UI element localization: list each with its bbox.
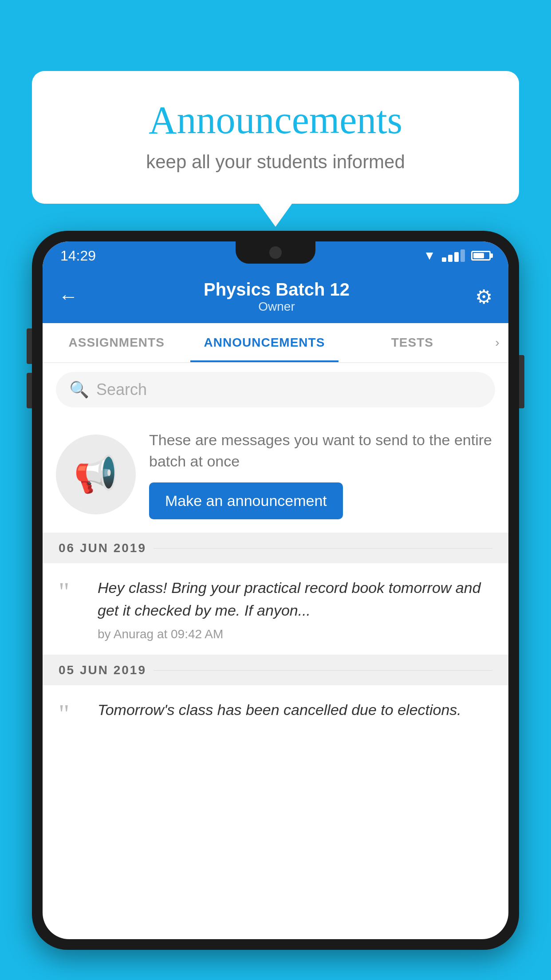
announcement-icon-circle: 📢	[56, 435, 136, 514]
phone-notch	[236, 241, 315, 264]
volume-down-button	[27, 373, 32, 408]
separator-line-1	[153, 548, 492, 549]
date-separator-2: 05 JUN 2019	[43, 655, 508, 685]
signal-bars	[442, 249, 465, 262]
announcement-content-1: Hey class! Bring your practical record b…	[98, 577, 492, 641]
signal-bar-4	[460, 249, 465, 262]
make-announcement-button[interactable]: Make an announcement	[149, 482, 343, 519]
signal-bar-3	[454, 252, 459, 262]
search-placeholder: Search	[96, 380, 147, 399]
tab-assignments[interactable]: ASSIGNMENTS	[43, 323, 190, 362]
quote-icon-2: "	[59, 703, 85, 724]
search-icon: 🔍	[69, 380, 89, 399]
speech-bubble-section: Announcements keep all your students inf…	[32, 71, 519, 204]
header-title-group: Physics Batch 12 Owner	[204, 280, 350, 314]
search-bar[interactable]: 🔍 Search	[56, 372, 495, 407]
settings-icon[interactable]: ⚙	[475, 285, 492, 308]
tab-more-button[interactable]: ›	[486, 323, 508, 362]
announcement-content-2: Tomorrow's class has been cancelled due …	[98, 699, 492, 721]
megaphone-icon: 📢	[74, 454, 118, 495]
phone-camera	[269, 246, 282, 259]
announcement-meta-1: by Anurag at 09:42 AM	[98, 627, 492, 641]
separator-line-2	[153, 670, 492, 671]
date-label-2: 05 JUN 2019	[59, 663, 146, 677]
announcement-text-1: Hey class! Bring your practical record b…	[98, 577, 492, 622]
app-header: ← Physics Batch 12 Owner ⚙	[43, 270, 508, 323]
signal-bar-2	[448, 255, 453, 262]
prompt-right: These are messages you want to send to t…	[149, 430, 495, 519]
speech-bubble-card: Announcements keep all your students inf…	[32, 71, 519, 204]
wifi-icon: ▼	[423, 249, 436, 263]
signal-bar-1	[442, 257, 446, 262]
bubble-subtitle: keep all your students informed	[67, 151, 484, 173]
date-label-1: 06 JUN 2019	[59, 541, 146, 555]
announcement-item-2[interactable]: " Tomorrow's class has been cancelled du…	[43, 685, 508, 738]
tabs-bar: ASSIGNMENTS ANNOUNCEMENTS TESTS ›	[43, 323, 508, 363]
search-container: 🔍 Search	[43, 363, 508, 416]
phone-screen: 14:29 ▼ ← Phys	[43, 241, 508, 939]
phone-mockup: 14:29 ▼ ← Phys	[32, 231, 519, 980]
power-button	[519, 355, 524, 408]
tab-announcements[interactable]: ANNOUNCEMENTS	[190, 323, 338, 362]
battery-fill	[473, 253, 484, 258]
announcement-text-2: Tomorrow's class has been cancelled due …	[98, 699, 492, 721]
bubble-title: Announcements	[67, 98, 484, 142]
status-icons: ▼	[423, 249, 491, 263]
batch-title: Physics Batch 12	[204, 280, 350, 300]
volume-up-button	[27, 328, 32, 364]
quote-icon-1: "	[59, 581, 85, 602]
batch-role: Owner	[204, 300, 350, 314]
phone-outer: 14:29 ▼ ← Phys	[32, 231, 519, 950]
status-time: 14:29	[60, 248, 96, 264]
announcement-prompt-section: 📢 These are messages you want to send to…	[43, 416, 508, 533]
tab-tests[interactable]: TESTS	[338, 323, 486, 362]
announcement-item-1[interactable]: " Hey class! Bring your practical record…	[43, 563, 508, 655]
battery-icon	[471, 251, 491, 261]
date-separator-1: 06 JUN 2019	[43, 533, 508, 563]
prompt-description: These are messages you want to send to t…	[149, 430, 495, 472]
back-button[interactable]: ←	[59, 285, 78, 308]
